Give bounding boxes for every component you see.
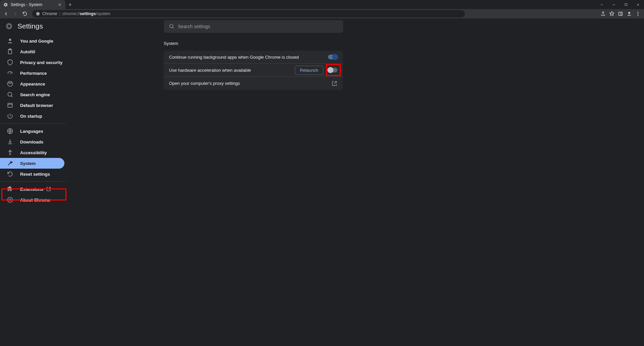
sidebar-item-appearance[interactable]: Appearance bbox=[0, 78, 86, 89]
browser-tab[interactable]: Settings - System bbox=[0, 0, 65, 9]
svg-point-6 bbox=[638, 15, 639, 16]
side-panel-button[interactable] bbox=[616, 10, 625, 18]
back-button[interactable] bbox=[2, 10, 10, 18]
close-icon[interactable] bbox=[57, 2, 62, 7]
svg-point-9 bbox=[170, 24, 173, 28]
toggle-hardware-accel[interactable] bbox=[328, 68, 337, 72]
sidebar-item-label: System bbox=[20, 161, 36, 166]
sidebar-item-label: Search engine bbox=[20, 92, 50, 97]
window-controls bbox=[596, 0, 644, 9]
settings-main: System Continue running background apps … bbox=[86, 34, 644, 346]
svg-point-12 bbox=[8, 81, 13, 86]
tab-search-button[interactable] bbox=[596, 3, 608, 7]
sidebar-item-extensions[interactable]: Extensions bbox=[0, 184, 86, 194]
chrome-icon bbox=[7, 196, 13, 203]
kebab-menu-button[interactable] bbox=[634, 10, 642, 18]
svg-point-18 bbox=[9, 150, 10, 151]
svg-point-19 bbox=[8, 197, 13, 203]
svg-point-5 bbox=[638, 13, 639, 14]
page-title: Settings bbox=[17, 22, 43, 30]
sidebar-item-label: Performance bbox=[20, 71, 47, 76]
power-icon bbox=[7, 113, 13, 119]
wrench-icon bbox=[7, 160, 13, 167]
setting-label: Continue running background apps when Go… bbox=[169, 55, 299, 60]
svg-point-8 bbox=[8, 25, 10, 27]
speedometer-icon bbox=[7, 70, 13, 76]
sidebar-item-label: Default browser bbox=[20, 103, 53, 108]
sidebar-item-search-engine[interactable]: Search engine bbox=[0, 89, 86, 100]
svg-point-13 bbox=[9, 82, 10, 83]
setting-row-hardware-accel: Use hardware acceleration when available… bbox=[164, 64, 343, 77]
external-link-icon bbox=[46, 186, 51, 192]
sidebar-item-label: Reset settings bbox=[20, 172, 50, 177]
window-titlebar: Settings - System bbox=[0, 0, 644, 9]
sidebar-item-reset-settings[interactable]: Reset settings bbox=[0, 169, 86, 179]
sidebar-item-label: Extensions bbox=[20, 187, 43, 192]
puzzle-icon bbox=[7, 186, 13, 192]
sidebar-item-privacy[interactable]: Privacy and security bbox=[0, 57, 86, 68]
setting-row-background-apps: Continue running background apps when Go… bbox=[164, 51, 343, 64]
sidebar-item-autofill[interactable]: Autofill bbox=[0, 46, 86, 57]
setting-label: Open your computer's proxy settings bbox=[169, 81, 240, 86]
minimize-button[interactable] bbox=[608, 0, 620, 9]
section-title: System bbox=[164, 41, 644, 46]
sidebar-item-label: Privacy and security bbox=[20, 60, 62, 65]
sidebar-item-label: You and Google bbox=[20, 39, 53, 44]
svg-rect-16 bbox=[8, 103, 12, 107]
svg-rect-0 bbox=[625, 3, 627, 5]
svg-point-20 bbox=[9, 199, 11, 201]
url-origin: Chrome bbox=[42, 11, 57, 16]
accessibility-icon bbox=[7, 149, 13, 156]
toggle-background-apps[interactable] bbox=[328, 55, 337, 59]
new-tab-button[interactable] bbox=[65, 0, 75, 9]
sidebar-item-label: Downloads bbox=[20, 139, 43, 145]
sidebar-divider bbox=[0, 181, 66, 182]
sidebar-item-label: Appearance bbox=[20, 81, 45, 86]
search-icon bbox=[169, 23, 174, 30]
search-icon bbox=[7, 91, 13, 98]
browser-toolbar: Chrome | chrome://settings/system bbox=[0, 9, 644, 18]
url-path: chrome://settings/system bbox=[62, 11, 110, 16]
system-settings-card: Continue running background apps when Go… bbox=[164, 51, 343, 90]
maximize-button[interactable] bbox=[620, 0, 632, 9]
sidebar-item-about-chrome[interactable]: About Chrome bbox=[0, 194, 86, 205]
svg-point-14 bbox=[10, 82, 11, 83]
svg-point-1 bbox=[36, 12, 40, 16]
search-settings-input[interactable] bbox=[178, 24, 338, 29]
browser-icon bbox=[7, 102, 13, 109]
person-icon bbox=[7, 38, 13, 44]
forward-button[interactable] bbox=[11, 10, 19, 18]
sidebar-item-you-and-google[interactable]: You and Google bbox=[0, 36, 86, 46]
profile-button[interactable] bbox=[625, 10, 633, 18]
bookmark-button[interactable] bbox=[608, 10, 616, 18]
setting-row-proxy[interactable]: Open your computer's proxy settings bbox=[164, 77, 343, 90]
search-settings-box[interactable] bbox=[164, 20, 343, 33]
clipboard-icon bbox=[7, 48, 13, 55]
sidebar-item-on-startup[interactable]: On startup bbox=[0, 111, 86, 121]
sidebar-item-accessibility[interactable]: Accessibility bbox=[0, 147, 86, 158]
chrome-logo-icon bbox=[5, 22, 13, 30]
chrome-page-icon bbox=[36, 11, 40, 16]
svg-point-10 bbox=[9, 39, 11, 41]
sidebar-item-system[interactable]: System bbox=[0, 158, 64, 169]
share-button[interactable] bbox=[599, 10, 607, 18]
gear-icon bbox=[3, 2, 8, 7]
relaunch-button[interactable]: Relaunch bbox=[295, 66, 323, 75]
address-bar[interactable]: Chrome | chrome://settings/system bbox=[32, 10, 465, 17]
sidebar-item-label: Languages bbox=[20, 129, 43, 134]
sidebar-item-downloads[interactable]: Downloads bbox=[0, 136, 86, 147]
external-link-icon bbox=[331, 80, 337, 86]
palette-icon bbox=[7, 80, 13, 87]
sidebar-item-performance[interactable]: Performance bbox=[0, 68, 86, 78]
sidebar-item-languages[interactable]: Languages bbox=[0, 126, 86, 136]
reload-button[interactable] bbox=[21, 10, 29, 18]
svg-point-4 bbox=[638, 12, 639, 13]
close-window-button[interactable] bbox=[632, 0, 644, 9]
history-icon bbox=[7, 171, 13, 177]
sidebar-item-label: Autofill bbox=[20, 49, 35, 54]
sidebar-item-default-browser[interactable]: Default browser bbox=[0, 100, 86, 111]
tab-title: Settings - System bbox=[11, 2, 42, 7]
svg-point-3 bbox=[628, 12, 630, 14]
download-icon bbox=[7, 138, 13, 145]
svg-rect-2 bbox=[619, 12, 623, 15]
